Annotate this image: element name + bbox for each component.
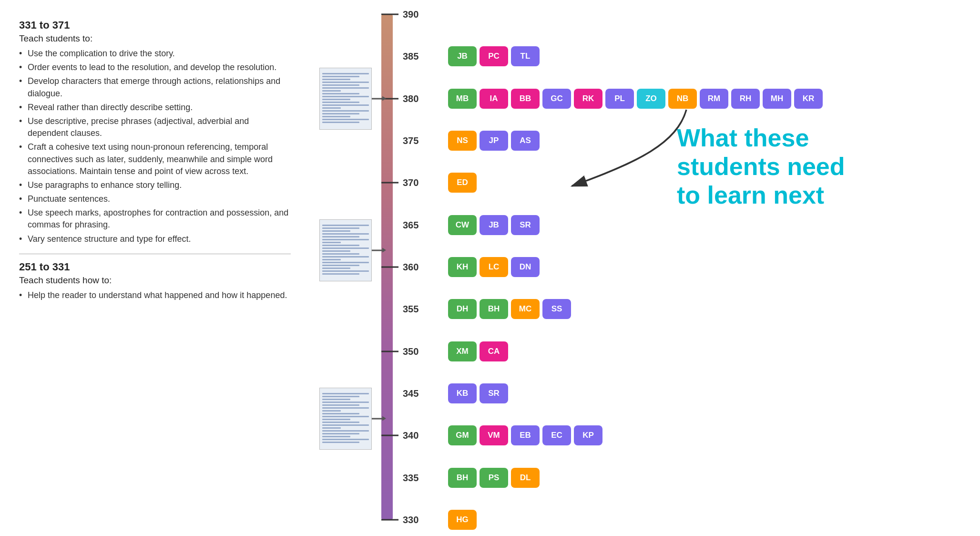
student-badge: SR: [480, 383, 508, 403]
bullet-item: Use paragraphs to enhance story telling.: [19, 179, 291, 191]
student-badge: BH: [480, 299, 508, 319]
badge-row: CWJBSR: [448, 215, 540, 235]
student-badge: BH: [448, 468, 477, 488]
callout-line3: to learn next: [677, 181, 824, 209]
scale-tick: [381, 14, 398, 15]
student-badge: CA: [480, 341, 508, 361]
badge-row: ED: [448, 173, 477, 193]
student-badge: RK: [574, 89, 602, 109]
curved-arrow-icon: [543, 105, 696, 200]
scale-label: 370: [403, 177, 419, 188]
student-badge: RH: [731, 89, 760, 109]
scale-label: 390: [403, 9, 419, 20]
student-badge: GC: [542, 89, 571, 109]
bullet-item: Use speech marks, apostrophes for contra…: [19, 207, 291, 231]
badge-row: JBPCTL: [448, 46, 540, 66]
student-badge: KR: [794, 89, 823, 109]
student-badge: BB: [511, 89, 540, 109]
student-badge: MC: [511, 299, 540, 319]
section1-title: 331 to 371: [19, 19, 291, 31]
thumb-arrow-icon: [372, 249, 383, 251]
student-badge: PC: [480, 46, 508, 66]
badge-row: KBSR: [448, 383, 508, 403]
student-badge: PS: [480, 468, 508, 488]
main-container: 331 to 371 Teach students to: Use the co…: [0, 0, 980, 536]
section2-bullets: Help the reader to understand what happe…: [19, 289, 291, 301]
callout-line1: What these: [677, 124, 809, 152]
scale-label: 345: [403, 388, 419, 399]
badge-row: KHLCDN: [448, 257, 540, 277]
bullet-item: Vary sentence structure and type for eff…: [19, 233, 291, 245]
student-badge: AS: [511, 131, 540, 151]
student-badge: ZO: [637, 89, 665, 109]
thumbnail: [319, 219, 372, 281]
scale-tick: [381, 350, 398, 352]
bullet-item: Order events to lead to the resolution, …: [19, 62, 291, 73]
left-panel: 331 to 371 Teach students to: Use the co…: [0, 10, 305, 526]
scale-bar-wrapper: 390385380375370365360355350345340335330: [305, 14, 448, 520]
student-badge: EB: [511, 425, 540, 445]
scale-label: 365: [403, 219, 419, 230]
scale-label: 330: [403, 515, 419, 526]
student-badge: CW: [448, 215, 477, 235]
badge-row: NSJPAS: [448, 131, 540, 151]
student-badge: XM: [448, 341, 477, 361]
scale-label: 340: [403, 430, 419, 441]
scale-tick: [381, 182, 398, 184]
bullet-item: Use the complication to drive the story.: [19, 48, 291, 60]
student-badge: KH: [448, 257, 477, 277]
scale-tick: [381, 519, 398, 521]
student-badge: DL: [511, 468, 540, 488]
scale-label: 335: [403, 472, 419, 483]
student-badge: VM: [480, 425, 508, 445]
student-badge: PL: [605, 89, 634, 109]
right-panel: What these students need to learn next J…: [448, 10, 980, 526]
scale-label: 355: [403, 304, 419, 315]
scale-label: 375: [403, 135, 419, 146]
student-badge: TL: [511, 46, 540, 66]
callout-line2: students need: [677, 153, 845, 180]
student-badge: IA: [480, 89, 508, 109]
badge-row: XMCA: [448, 341, 508, 361]
section1-bullets: Use the complication to drive the story.…: [19, 48, 291, 245]
student-badge: ED: [448, 173, 477, 193]
bullet-item: Help the reader to understand what happe…: [19, 289, 291, 301]
section-divider: [19, 254, 291, 254]
student-badge: DN: [511, 257, 540, 277]
student-badge: DH: [448, 299, 477, 319]
student-badge: JB: [480, 215, 508, 235]
section2-title: 251 to 331: [19, 261, 291, 273]
bullet-item: Develop characters that emerge through a…: [19, 75, 291, 99]
center-panel: 390385380375370365360355350345340335330: [305, 10, 448, 526]
scale-tick: [381, 435, 398, 436]
thumb-arrow-icon: [372, 418, 383, 420]
student-badge: NB: [668, 89, 697, 109]
student-badge: JP: [480, 131, 508, 151]
thumbnail: [319, 388, 372, 450]
scale-label: 350: [403, 346, 419, 357]
scale-tick: [381, 267, 398, 268]
student-badge: GM: [448, 425, 477, 445]
student-badge: LC: [480, 257, 508, 277]
student-badge: JB: [448, 46, 477, 66]
scale-label: 380: [403, 93, 419, 104]
bullet-item: Punctuate sentences.: [19, 193, 291, 205]
bullet-item: Use descriptive, precise phrases (adject…: [19, 115, 291, 139]
thumbnail: [319, 68, 372, 130]
badge-row: DHBHMCSS: [448, 299, 571, 319]
section2-subtitle: Teach students how to:: [19, 275, 291, 286]
student-badge: HG: [448, 510, 477, 530]
student-badge: EC: [542, 425, 571, 445]
student-badge: RM: [700, 89, 728, 109]
student-badge: KB: [448, 383, 477, 403]
bullet-item: Reveal rather than directly describe set…: [19, 102, 291, 113]
section1-subtitle: Teach students to:: [19, 33, 291, 44]
bullet-item: Craft a cohesive text using noun-pronoun…: [19, 141, 291, 177]
student-badge: MH: [763, 89, 791, 109]
scale-label: 360: [403, 262, 419, 273]
student-badge: MB: [448, 89, 477, 109]
badge-row: BHPSDL: [448, 468, 540, 488]
badge-row: GMVMEBECKP: [448, 425, 602, 445]
student-badge: NS: [448, 131, 477, 151]
student-badge: SR: [511, 215, 540, 235]
